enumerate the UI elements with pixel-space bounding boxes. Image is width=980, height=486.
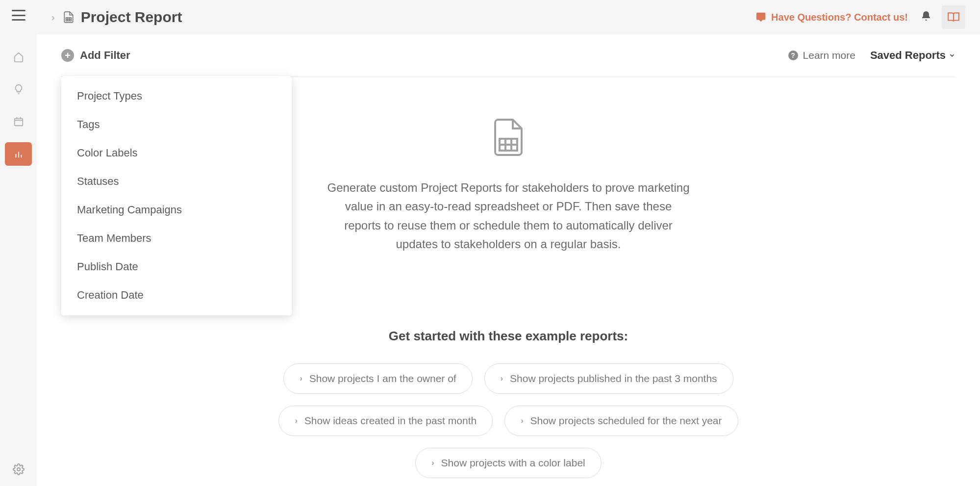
book-open-icon xyxy=(947,11,960,24)
spreadsheet-file-icon xyxy=(327,118,690,159)
filter-option-marketing-campaigns[interactable]: Marketing Campaigns xyxy=(61,196,292,224)
filter-option-team-members[interactable]: Team Members xyxy=(61,224,292,253)
help-guide-button[interactable] xyxy=(942,5,965,29)
example-btn-published-3-months[interactable]: › Show projects published in the past 3 … xyxy=(484,363,733,394)
nav-reports[interactable] xyxy=(5,142,32,166)
example-btn-label: Show projects I am the owner of xyxy=(309,373,456,384)
contact-us-link[interactable]: Have Questions? Contact us! xyxy=(755,12,908,23)
example-buttons-container: › Show projects I am the owner of › Show… xyxy=(263,363,754,478)
saved-reports-dropdown[interactable]: Saved Reports xyxy=(870,49,955,62)
nav-home[interactable] xyxy=(5,45,32,69)
filter-option-statuses[interactable]: Statuses xyxy=(61,167,292,196)
bar-chart-icon xyxy=(13,149,24,159)
filter-option-color-labels[interactable]: Color Labels xyxy=(61,139,292,167)
bell-icon xyxy=(920,10,932,22)
lightbulb-icon xyxy=(13,84,24,95)
nav-calendar[interactable] xyxy=(5,110,32,133)
gear-icon xyxy=(13,463,25,475)
top-header: › Project Report Have Questions? Contact… xyxy=(37,0,980,34)
sidebar-nav xyxy=(0,0,37,486)
notifications-button[interactable] xyxy=(920,10,932,24)
main-area: › Project Report Have Questions? Contact… xyxy=(37,0,980,486)
filter-option-tags[interactable]: Tags xyxy=(61,110,292,139)
examples-heading: Get started with these example reports: xyxy=(263,329,754,344)
empty-state-description: Generate custom Project Reports for stak… xyxy=(327,179,690,254)
add-filter-label: Add Filter xyxy=(80,49,130,62)
chevron-right-icon: › xyxy=(300,374,302,383)
calendar-icon xyxy=(13,116,24,127)
home-icon xyxy=(13,51,24,62)
learn-more-label: Learn more xyxy=(803,50,855,61)
content-header: + Add Filter ? Learn more Saved Reports xyxy=(61,49,955,77)
svg-point-1 xyxy=(17,468,20,471)
add-filter-button[interactable]: + Add Filter xyxy=(61,49,130,62)
contact-us-label: Have Questions? Contact us! xyxy=(771,12,908,23)
page-title: Project Report xyxy=(81,9,182,26)
example-btn-ideas-past-month[interactable]: › Show ideas created in the past month xyxy=(278,406,493,436)
nav-settings[interactable] xyxy=(13,463,25,477)
examples-section: Get started with these example reports: … xyxy=(263,329,754,478)
chat-icon xyxy=(755,12,766,23)
saved-reports-label: Saved Reports xyxy=(870,49,946,62)
example-btn-label: Show projects with a color label xyxy=(441,457,585,469)
example-btn-owner[interactable]: › Show projects I am the owner of xyxy=(283,363,472,394)
chevron-right-icon: › xyxy=(501,374,503,383)
filter-dropdown: Project Types Tags Color Labels Statuses… xyxy=(61,76,292,315)
breadcrumb-caret-icon[interactable]: › xyxy=(51,12,55,23)
filter-option-creation-date[interactable]: Creation Date xyxy=(61,281,292,309)
chevron-right-icon: › xyxy=(431,459,434,467)
filter-option-publish-date[interactable]: Publish Date xyxy=(61,253,292,281)
report-icon xyxy=(62,11,75,24)
hamburger-menu-icon[interactable] xyxy=(12,10,25,21)
empty-state: Generate custom Project Reports for stak… xyxy=(327,118,690,254)
chevron-right-icon: › xyxy=(295,416,297,425)
example-btn-label: Show ideas created in the past month xyxy=(304,415,477,427)
example-btn-label: Show projects published in the past 3 mo… xyxy=(510,373,717,384)
plus-circle-icon: + xyxy=(61,49,74,62)
example-btn-scheduled-next-year[interactable]: › Show projects scheduled for the next y… xyxy=(504,406,738,436)
chevron-right-icon: › xyxy=(521,416,523,425)
nav-ideas[interactable] xyxy=(5,77,32,101)
svg-rect-0 xyxy=(14,119,23,126)
help-circle-icon: ? xyxy=(788,51,798,60)
filter-option-project-types[interactable]: Project Types xyxy=(61,82,292,110)
learn-more-link[interactable]: ? Learn more xyxy=(788,50,855,61)
chevron-down-icon xyxy=(949,52,955,59)
example-btn-label: Show projects scheduled for the next yea… xyxy=(530,415,722,427)
example-btn-color-label[interactable]: › Show projects with a color label xyxy=(415,448,601,478)
content-area: + Add Filter ? Learn more Saved Reports … xyxy=(37,34,980,486)
